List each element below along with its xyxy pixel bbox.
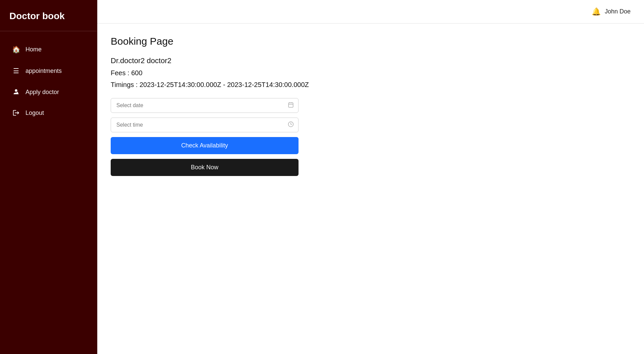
username: John Doe — [605, 8, 631, 15]
sidebar-item-home[interactable]: 🏠 Home — [3, 39, 95, 59]
date-input-wrapper — [111, 98, 299, 113]
book-now-button[interactable]: Book Now — [111, 159, 299, 176]
doctor-icon — [12, 88, 20, 96]
timings: Timings : 2023-12-25T14:30:00.000Z - 202… — [111, 81, 631, 89]
fees: Fees : 600 — [111, 69, 631, 77]
sidebar-item-logout[interactable]: Logout — [3, 103, 95, 123]
list-icon: ☰ — [12, 67, 20, 75]
sidebar-nav: 🏠 Home ☰ appointments Apply doctor — [0, 31, 97, 131]
time-input[interactable] — [111, 118, 299, 132]
bell-icon[interactable]: 🔔 — [592, 7, 601, 16]
home-icon: 🏠 — [12, 45, 20, 53]
logout-icon — [12, 109, 20, 117]
main-content: 🔔 John Doe Booking Page Dr.doctor2 docto… — [97, 0, 644, 354]
sidebar-item-label-logout: Logout — [25, 109, 44, 117]
date-input[interactable] — [111, 98, 299, 113]
sidebar: Doctor book 🏠 Home ☰ appointments Apply … — [0, 0, 97, 354]
page-content: Booking Page Dr.doctor2 doctor2 Fees : 6… — [97, 24, 644, 354]
doctor-name: Dr.doctor2 doctor2 — [111, 56, 631, 65]
booking-form: Check Availability Book Now — [111, 98, 299, 176]
sidebar-item-appointments[interactable]: ☰ appointments — [3, 61, 95, 81]
page-title: Booking Page — [111, 36, 631, 47]
sidebar-item-label-appointments: appointments — [25, 68, 62, 75]
sidebar-item-label-apply-doctor: Apply doctor — [25, 89, 59, 96]
sidebar-item-apply-doctor[interactable]: Apply doctor — [3, 82, 95, 102]
header: 🔔 John Doe — [97, 0, 644, 24]
svg-rect-2 — [16, 92, 18, 93]
sidebar-item-label-home: Home — [25, 46, 42, 53]
check-availability-button[interactable]: Check Availability — [111, 137, 299, 154]
svg-point-0 — [15, 89, 17, 92]
app-title: Doctor book — [0, 0, 97, 31]
time-input-wrapper — [111, 118, 299, 132]
